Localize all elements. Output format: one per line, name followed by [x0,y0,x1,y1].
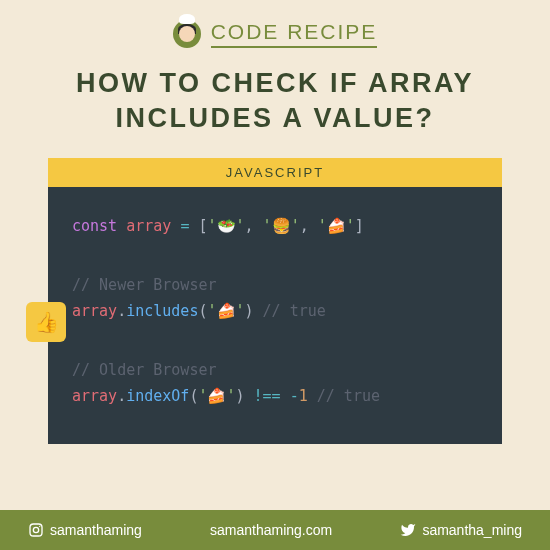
twitter-handle: samantha_ming [422,522,522,538]
code-line-indexof: array.indexOf('🍰') !== -1 // true [72,385,478,408]
header: CODE RECIPE [0,0,550,48]
svg-rect-0 [30,524,42,536]
thumbs-up-icon: 👍 [34,310,59,334]
instagram-icon [28,522,44,538]
svg-point-2 [39,526,40,527]
website-link[interactable]: samanthaming.com [210,522,332,538]
thumbs-up-badge: 👍 [26,302,66,342]
logo-icon [173,20,201,48]
instagram-link[interactable]: samanthaming [28,522,142,538]
code-body: const array = ['🥗', '🍔', '🍰'] // Newer B… [48,187,502,444]
twitter-link[interactable]: samantha_ming [400,522,522,538]
brand-text: CODE RECIPE [211,20,378,48]
page-title: HOW TO CHECK IF ARRAY INCLUDES A VALUE? [0,48,550,158]
footer: samanthaming samanthaming.com samantha_m… [0,510,550,550]
comment-newer: // Newer Browser [72,274,478,297]
svg-point-1 [33,527,38,532]
instagram-handle: samanthaming [50,522,142,538]
code-language-label: JAVASCRIPT [48,158,502,187]
twitter-icon [400,522,416,538]
comment-older: // Older Browser [72,359,478,382]
code-line-declaration: const array = ['🥗', '🍔', '🍰'] [72,215,478,238]
code-block: JAVASCRIPT const array = ['🥗', '🍔', '🍰']… [48,158,502,444]
code-line-includes: array.includes('🍰') // true [72,300,478,323]
